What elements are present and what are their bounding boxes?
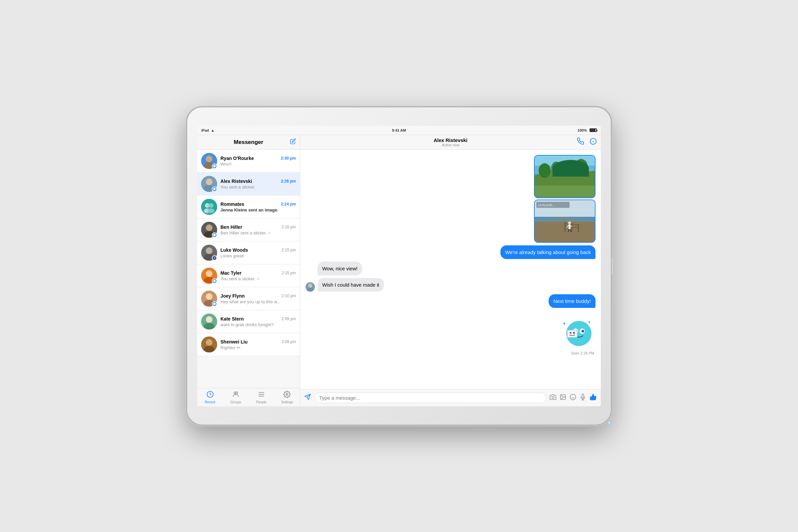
compose-button[interactable] (290, 138, 296, 146)
svg-rect-74 (568, 331, 576, 337)
info-button[interactable] (590, 138, 597, 147)
ipad-screen: iPad ▲ 9:41 AM 100% Messenger (197, 126, 601, 406)
status-bar: iPad ▲ 9:41 AM 100% (197, 126, 601, 135)
tab-settings[interactable]: Settings (274, 391, 300, 404)
conv-time: 2:09 pm (282, 317, 296, 321)
tab-groups[interactable]: Groups (223, 391, 248, 404)
conversation-item[interactable]: Mac Tyler 2:15 pm You sent a sticker. ✓ (197, 264, 300, 287)
tab-people-label: People (256, 400, 267, 404)
conv-preview: Woo!! (221, 162, 296, 167)
conv-top: Joey Flynn 2:10 pm (221, 293, 296, 299)
emoji-button[interactable] (570, 394, 576, 402)
svg-point-35 (286, 393, 288, 395)
svg-point-46 (574, 159, 588, 175)
svg-point-15 (206, 247, 212, 254)
svg-point-18 (206, 270, 212, 277)
conv-top: Alex Ristevski 2:26 pm (221, 178, 296, 184)
messenger-title: Messenger (234, 139, 263, 146)
send-button[interactable] (304, 394, 311, 402)
chat-input-bar (300, 389, 601, 406)
svg-rect-62 (535, 217, 595, 222)
conv-time: 2:24 pm (281, 202, 296, 207)
message-images: LA PLACE... (534, 155, 595, 243)
conversation-item[interactable]: Kate Stern 2:09 pm want to grab drinks t… (197, 310, 300, 333)
message-input[interactable] (314, 393, 546, 403)
group-avatar (201, 199, 217, 215)
conv-time: 2:26 pm (281, 179, 296, 184)
tab-people[interactable]: People (249, 391, 274, 404)
conversation-item[interactable]: Rommates 2:24 pm Jenna Kleine sent an im… (197, 195, 300, 218)
avatar-container: f (201, 245, 217, 261)
messenger-badge (212, 164, 217, 169)
main-content: Messenger (197, 135, 601, 406)
conversation-list: Ryan O'Rourke 2:30 pm Woo!! (197, 150, 300, 388)
svg-point-66 (308, 284, 312, 288)
conversation-item[interactable]: f Luke Woods 2:15 pm Looks great! (197, 241, 300, 264)
conversation-item[interactable]: Ben Hiller 2:16 pm Ben Hiller sent a sti… (197, 218, 300, 241)
conv-time: 2:30 pm (281, 156, 296, 160)
conv-name: Luke Woods (221, 247, 248, 253)
conv-info: Kate Stern 2:09 pm want to grab drinks t… (221, 316, 296, 327)
message-image-2[interactable]: LA PLACE... (534, 200, 595, 243)
mic-button[interactable] (580, 394, 586, 402)
conv-time: 2:09 pm (282, 340, 296, 344)
message-image-1[interactable] (534, 155, 595, 198)
conv-preview: Looks great! (221, 253, 296, 258)
conv-top: Shenwei Liu 2:09 pm (221, 339, 296, 344)
conversation-item[interactable]: Alex Ristevski 2:26 pm You sent a sticke… (197, 173, 300, 195)
conv-name: Shenwei Liu (221, 339, 248, 344)
avatar-container (201, 337, 217, 353)
sidebar-header: Messenger (197, 135, 300, 150)
message-bubble-incoming: Wow, nice view! (318, 262, 362, 275)
image-button[interactable] (559, 394, 566, 402)
groups-icon (232, 391, 240, 400)
avatar-container (201, 314, 217, 329)
conv-top: Rommates 2:24 pm (221, 202, 296, 207)
like-button[interactable] (590, 393, 597, 402)
svg-point-7 (205, 203, 209, 208)
svg-point-43 (539, 163, 551, 178)
svg-point-81 (552, 396, 554, 399)
conv-name: Joey Flynn (221, 293, 245, 299)
call-button[interactable] (577, 138, 584, 147)
messenger-badge (212, 278, 217, 284)
message-row: Wow, nice view! (306, 262, 595, 275)
messages-container: LA PLACE... We're already talking about … (300, 150, 601, 389)
svg-point-4 (206, 178, 212, 185)
conversation-item[interactable]: Joey Flynn 2:10 pm Hey what are you up t… (197, 287, 300, 310)
tab-recent-label: Recent (205, 400, 215, 404)
conv-preview: Ben Hiller sent a sticker. ✓ (221, 230, 296, 235)
message-bubble-outgoing-2: Next time buddy! (549, 294, 595, 308)
recent-icon (207, 391, 214, 400)
tab-settings-label: Settings (281, 400, 293, 404)
sticker-section: + + Seen 2:26 PM (306, 310, 595, 355)
conv-time: 2:10 pm (282, 293, 296, 298)
status-bar-time: 9:41 AM (268, 128, 530, 132)
chat-contact-status: Active now (434, 143, 468, 147)
conv-preview: You sent a sticker. ✓ (221, 276, 296, 281)
conv-info: Ben Hiller 2:16 pm Ben Hiller sent a sti… (221, 225, 296, 235)
camera-button[interactable] (550, 394, 556, 402)
tab-recent[interactable]: Recent (197, 391, 223, 404)
svg-point-72 (582, 330, 584, 332)
conv-top: Kate Stern 2:09 pm (221, 316, 296, 322)
tab-bar: Recent Groups (197, 388, 300, 406)
ipad-label: iPad (201, 128, 209, 132)
conv-preview: Hey what are you up to this w... (221, 299, 296, 304)
conv-time: 2:16 pm (282, 225, 296, 229)
conversation-item[interactable]: Ryan O'Rourke 2:30 pm Woo!! (197, 150, 300, 173)
conv-time: 2:15 pm (282, 248, 296, 252)
svg-point-8 (209, 203, 213, 208)
sticker-container: + + (559, 312, 595, 348)
avatar-container (201, 199, 217, 215)
tab-groups-label: Groups (230, 400, 241, 404)
svg-point-84 (570, 394, 576, 400)
messenger-badge (212, 232, 217, 238)
conversation-item[interactable]: Shenwei Liu 2:09 pm Righteo ↩ (197, 333, 300, 356)
conv-preview: Righteo ↩ (221, 345, 296, 350)
svg-point-45 (563, 163, 573, 176)
conv-top: Mac Tyler 2:15 pm (221, 270, 296, 276)
conv-name: Ben Hiller (221, 225, 242, 230)
conv-preview: want to grab drinks tonight? (221, 322, 296, 327)
wifi-icon: ▲ (211, 128, 214, 132)
